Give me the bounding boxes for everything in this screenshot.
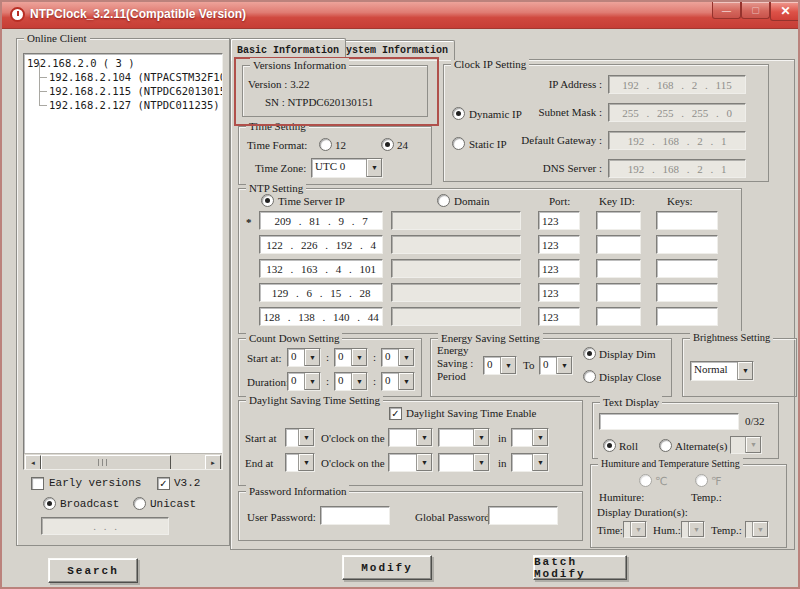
display-text-input[interactable]	[599, 413, 739, 430]
modify-button[interactable]: Modify	[342, 555, 432, 580]
dropdown-arrow-icon[interactable]: ▼	[351, 349, 367, 366]
ntp-ip-field-3[interactable]: 132 . 163 . 4 . 101	[259, 259, 383, 278]
maximize-button[interactable]: ▢	[741, 2, 770, 19]
tree-root-item[interactable]: 192.168.2.0 ( 3 )	[27, 56, 222, 70]
minimize-button[interactable]: —	[712, 2, 741, 19]
dst-start-week-select[interactable]: ▼	[388, 428, 433, 447]
scroll-right-icon[interactable]: ►	[205, 455, 221, 470]
countdown-start-hour-select[interactable]: 0▼	[287, 348, 321, 367]
dropdown-arrow-icon[interactable]: ▼	[351, 373, 367, 390]
energy-to-select[interactable]: 0▼	[539, 356, 573, 375]
dropdown-arrow-icon[interactable]: ▼	[298, 429, 314, 446]
format-24-radio[interactable]	[381, 138, 394, 151]
countdown-start-second-select[interactable]: 0▼	[381, 348, 415, 367]
ntp-keys-field-2[interactable]	[656, 235, 718, 254]
dns-server-field: 192 . 168 . 2 . 1	[608, 159, 746, 178]
dropdown-arrow-icon[interactable]: ▼	[500, 357, 516, 374]
ntp-keys-field-3[interactable]	[656, 259, 718, 278]
dropdown-arrow-icon[interactable]: ▼	[416, 454, 432, 471]
ntp-port-field-5[interactable]: 123	[538, 307, 580, 326]
ntp-keyid-field-5[interactable]	[596, 307, 641, 326]
global-password-input[interactable]	[488, 506, 558, 525]
char-counter: 0/32	[745, 415, 765, 428]
energy-from-select[interactable]: 0▼	[483, 356, 517, 375]
ntp-keyid-field-3[interactable]	[596, 259, 641, 278]
ntp-keyid-field-2[interactable]	[596, 235, 641, 254]
dropdown-arrow-icon[interactable]: ▼	[416, 429, 432, 446]
dst-start-hour-value	[286, 429, 298, 446]
countdown-duration-minute-select[interactable]: 0▼	[334, 372, 368, 391]
display-dim-radio[interactable]	[583, 347, 596, 360]
dropdown-arrow-icon[interactable]: ▼	[298, 454, 314, 471]
close-button[interactable]: ✕	[770, 2, 800, 21]
alternate-radio[interactable]	[659, 439, 672, 452]
countdown-duration-second-select[interactable]: 0▼	[381, 372, 415, 391]
dropdown-arrow-icon[interactable]: ▼	[473, 454, 489, 471]
ntp-keys-field-4[interactable]	[656, 283, 718, 302]
scroll-left-icon[interactable]: ◄	[25, 455, 41, 470]
dst-start-week-value	[389, 429, 416, 446]
dropdown-arrow-icon[interactable]: ▼	[304, 349, 320, 366]
time-server-ip-radio[interactable]	[261, 194, 274, 207]
ntp-ip-field-1[interactable]: 209 . 81 . 9 . 7	[259, 211, 383, 230]
start-at-label: Start at:	[247, 352, 282, 365]
daylight-enable-checkbox[interactable]: ✓	[389, 407, 402, 420]
dropdown-arrow-icon: ▼	[745, 437, 761, 453]
window-title: NTPClock_3.2.11(Compatible Version)	[30, 2, 246, 27]
broadcast-radio[interactable]	[43, 497, 56, 510]
dst-start-day-select[interactable]: ▼	[438, 428, 490, 447]
domain-radio[interactable]	[437, 194, 450, 207]
ntp-keys-field-1[interactable]	[656, 211, 718, 230]
dst-start-month-select[interactable]: ▼	[511, 428, 549, 447]
ntp-keyid-field-1[interactable]	[596, 211, 641, 230]
display-close-label: Display Close	[599, 371, 661, 384]
format-12-radio[interactable]	[319, 138, 332, 151]
dropdown-arrow-icon[interactable]: ▼	[398, 373, 414, 390]
time-duration-select: ▼	[623, 521, 647, 538]
energy-label-line3: Period	[437, 370, 466, 383]
batch-modify-button[interactable]: Batch Modify	[533, 555, 627, 580]
time-zone-select[interactable]: UTC 0 ▼	[311, 158, 383, 178]
ntp-keyid-field-4[interactable]	[596, 283, 641, 302]
horizontal-scrollbar[interactable]: ◄ ►	[24, 453, 222, 469]
dst-end-day-select[interactable]: ▼	[438, 453, 490, 472]
scrollbar-thumb[interactable]	[41, 455, 171, 470]
countdown-duration-hour-select[interactable]: 0▼	[287, 372, 321, 391]
dropdown-arrow-icon[interactable]: ▼	[737, 362, 753, 380]
ntp-ip-field-2[interactable]: 122 . 226 . 192 . 4	[259, 235, 383, 254]
search-button[interactable]: Search	[48, 558, 138, 583]
dst-end-month-select[interactable]: ▼	[511, 453, 549, 472]
dropdown-arrow-icon[interactable]: ▼	[473, 429, 489, 446]
ntp-port-field-3[interactable]: 123	[538, 259, 580, 278]
ntp-port-field-1[interactable]: 123	[538, 211, 580, 230]
dropdown-arrow-icon[interactable]: ▼	[532, 429, 548, 446]
tree-client-item[interactable]: 192.168.2.104 (NTPACSTM32F1070(	[35, 70, 222, 84]
tree-client-item[interactable]: 192.168.2.127 (NTPDC011235)	[35, 98, 222, 112]
early-versions-checkbox[interactable]	[31, 477, 44, 490]
dropdown-arrow-icon[interactable]: ▼	[556, 357, 572, 374]
user-password-input[interactable]	[320, 506, 390, 525]
roll-radio[interactable]	[603, 439, 616, 452]
ntp-ip-field-4[interactable]: 129 . 6 . 15 . 28	[259, 283, 383, 302]
ntp-keys-field-5[interactable]	[656, 307, 718, 326]
unicast-radio[interactable]	[133, 497, 146, 510]
dst-end-week-select[interactable]: ▼	[388, 453, 433, 472]
ntp-ip-field-5[interactable]: 128 . 138 . 140 . 44	[259, 307, 383, 326]
ntp-port-field-2[interactable]: 123	[538, 235, 580, 254]
duration-label: Duration:	[247, 376, 289, 389]
brightness-select[interactable]: Normal▼	[690, 361, 754, 381]
ntp-port-field-4[interactable]: 123	[538, 283, 580, 302]
display-close-radio[interactable]	[583, 370, 596, 383]
dst-end-hour-select[interactable]: ▼	[285, 453, 315, 472]
tree-client-item[interactable]: 192.168.2.115 (NTPDC620130151)	[35, 84, 222, 98]
display-dim-label: Display Dim	[599, 348, 656, 361]
dropdown-arrow-icon[interactable]: ▼	[398, 349, 414, 366]
countdown-start-minute-select[interactable]: 0▼	[334, 348, 368, 367]
dst-start-hour-select[interactable]: ▼	[285, 428, 315, 447]
dropdown-arrow-icon[interactable]: ▼	[532, 454, 548, 471]
dropdown-arrow-icon[interactable]: ▼	[366, 159, 382, 177]
dropdown-arrow-icon[interactable]: ▼	[304, 373, 320, 390]
energy-from-value: 0	[484, 357, 500, 374]
v32-checkbox[interactable]: ✓	[157, 477, 170, 490]
password-information-group: Password Information User Password: Glob…	[238, 491, 583, 541]
